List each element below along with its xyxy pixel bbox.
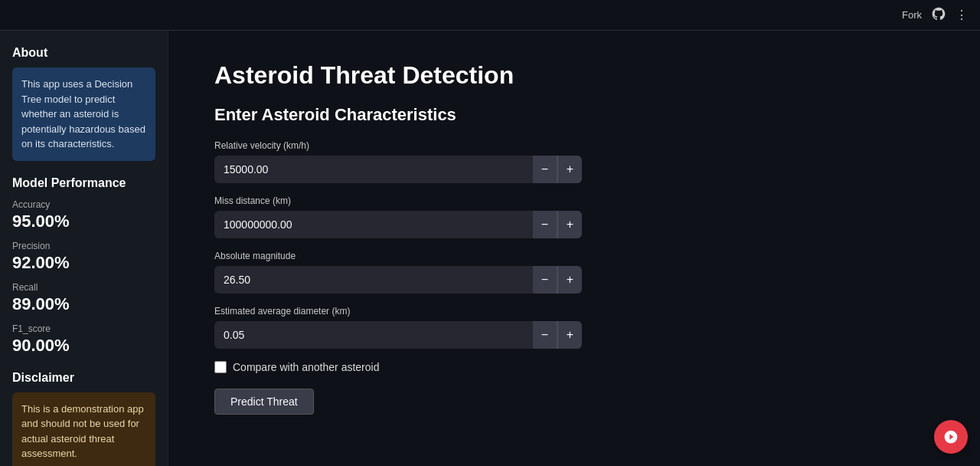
input-row-relative-velocity: − + <box>214 156 582 183</box>
recall-value: 89.00% <box>12 294 155 314</box>
disclaimer-title: Disclaimer <box>12 371 155 385</box>
about-title: About <box>12 46 155 60</box>
recall-label: Recall <box>12 282 155 293</box>
input-relative-velocity[interactable] <box>214 157 533 182</box>
label-absolute-magnitude: Absolute magnitude <box>214 251 934 261</box>
sidebar: About This app uses a Decision Tree mode… <box>0 31 168 466</box>
about-text: This app uses a Decision Tree model to p… <box>21 78 145 149</box>
fork-button[interactable]: Fork <box>902 9 922 21</box>
fab-button[interactable] <box>934 420 968 454</box>
plus-relative-velocity[interactable]: + <box>557 156 582 183</box>
f1-label: F1_score <box>12 323 155 334</box>
compare-checkbox[interactable] <box>214 361 227 373</box>
metric-precision: Precision 92.00% <box>12 241 155 273</box>
github-icon[interactable] <box>931 6 946 25</box>
menu-icon[interactable]: ⋮ <box>956 8 968 22</box>
topbar: Fork ⋮ <box>0 0 980 31</box>
input-absolute-magnitude[interactable] <box>214 267 533 292</box>
label-miss-distance: Miss distance (km) <box>214 195 934 206</box>
metric-f1: F1_score 90.00% <box>12 323 155 356</box>
plus-absolute-magnitude[interactable]: + <box>557 266 582 294</box>
label-relative-velocity: Relative velocity (km/h) <box>214 140 934 151</box>
precision-label: Precision <box>12 241 155 251</box>
field-absolute-magnitude: Absolute magnitude − + <box>214 251 934 294</box>
compare-label[interactable]: Compare with another asteroid <box>233 361 379 373</box>
disclaimer-text: This is a demonstration app and should n… <box>21 403 144 460</box>
input-row-absolute-magnitude: − + <box>214 266 582 294</box>
input-miss-distance[interactable] <box>214 212 533 237</box>
main-layout: About This app uses a Decision Tree mode… <box>0 31 980 466</box>
input-row-miss-distance: − + <box>214 211 582 238</box>
content-area: Asteroid Threat Detection Enter Asteroid… <box>168 31 980 466</box>
model-performance-title: Model Performance <box>12 176 155 190</box>
page-title: Asteroid Threat Detection <box>214 61 934 90</box>
disclaimer-box: This is a demonstration app and should n… <box>12 392 155 467</box>
minus-absolute-magnitude[interactable]: − <box>533 266 557 294</box>
precision-value: 92.00% <box>12 253 155 273</box>
label-diameter: Estimated average diameter (km) <box>214 306 934 317</box>
minus-diameter[interactable]: − <box>533 321 557 349</box>
input-row-diameter: − + <box>214 321 582 349</box>
f1-value: 90.00% <box>12 336 155 356</box>
accuracy-label: Accuracy <box>12 199 155 210</box>
predict-button[interactable]: Predict Threat <box>214 389 314 415</box>
input-diameter[interactable] <box>214 323 533 347</box>
minus-relative-velocity[interactable]: − <box>533 156 557 183</box>
about-box: This app uses a Decision Tree model to p… <box>12 67 155 161</box>
field-miss-distance: Miss distance (km) − + <box>214 195 934 238</box>
minus-miss-distance[interactable]: − <box>533 211 557 238</box>
field-relative-velocity: Relative velocity (km/h) − + <box>214 140 934 183</box>
plus-miss-distance[interactable]: + <box>557 211 582 238</box>
metric-recall: Recall 89.00% <box>12 282 155 314</box>
plus-diameter[interactable]: + <box>557 321 582 349</box>
section-title: Enter Asteroid Characteristics <box>214 105 934 125</box>
field-diameter: Estimated average diameter (km) − + <box>214 306 934 349</box>
metric-accuracy: Accuracy 95.00% <box>12 199 155 231</box>
compare-checkbox-row: Compare with another asteroid <box>214 361 934 373</box>
accuracy-value: 95.00% <box>12 212 155 231</box>
